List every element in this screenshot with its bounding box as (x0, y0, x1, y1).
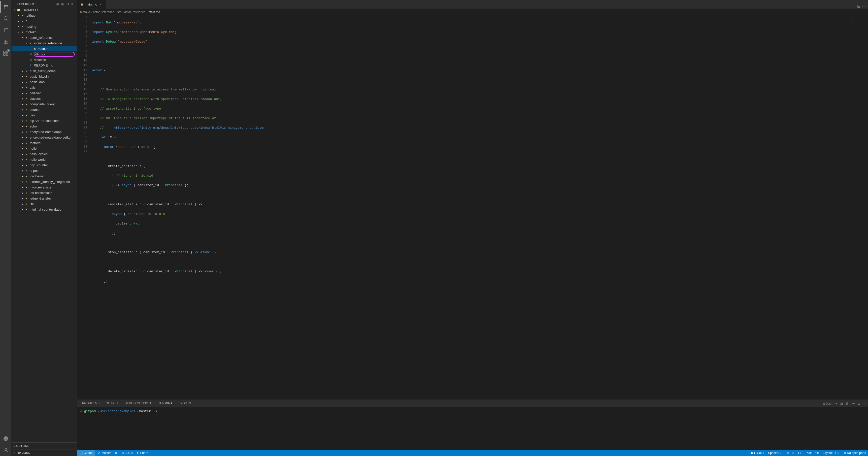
sidebar-item-minimal-counter[interactable]: ▸ ▸ minimal-counter-dapp (11, 207, 77, 212)
timeline-header[interactable]: ▸ TIMELINE (11, 450, 77, 456)
search-activity-icon[interactable] (0, 12, 11, 24)
sidebar-item-calc[interactable]: ▸ ▸ calc (11, 85, 77, 90)
svg-point-2 (4, 28, 5, 29)
more-panel-actions[interactable]: ⋯ (851, 401, 856, 406)
new-folder-button[interactable]: ⊞ (61, 1, 65, 6)
tab-main-mo[interactable]: ◉ main.mo × (77, 0, 106, 8)
maximize-panel-button[interactable]: ∧ (857, 401, 861, 406)
new-terminal-button[interactable]: + (835, 401, 838, 406)
bitcoin-label: basic_bitcoin (30, 74, 75, 78)
sidebar-item-encrypted-notes-vetk[interactable]: ▸ ▸ encrypted-notes-dapp-vetkd (11, 134, 77, 140)
sidebar-item-dfx-json[interactable]: ⬡ dfx.json (11, 51, 77, 57)
kill-terminal-button[interactable]: 🗑 (845, 401, 850, 406)
status-sync[interactable]: ↺ (113, 450, 119, 456)
sidebar-item-dao[interactable]: ▸ ▸ basic_dao (11, 79, 77, 85)
sidebar-title: EXPLORER (17, 2, 34, 5)
status-spaces[interactable]: Spaces: 2 (766, 450, 783, 456)
status-encoding[interactable]: UTF-8 (784, 450, 796, 456)
sidebar-item-examples[interactable]: ▾ 📁 EXAMPLES (11, 7, 77, 12)
status-share[interactable]: ⬆ Share (134, 450, 150, 456)
code-content[interactable]: import Nat "mo:base/Nat"; import Cycles … (89, 16, 848, 400)
status-errors[interactable]: ⊗ 0 ⚠ 0 (119, 450, 134, 456)
breadcrumb: motoko › actor_reference › src › actor_r… (77, 9, 868, 16)
outline-header[interactable]: ▸ OUTLINE (11, 443, 77, 449)
more-actions-button[interactable]: ⋯ (862, 4, 866, 8)
split-terminal-button[interactable]: ⊟ (839, 401, 844, 406)
sidebar-item-makefile[interactable]: M Makefile (11, 57, 77, 62)
explorer-activity-icon[interactable] (0, 1, 11, 12)
sidebar-item-icrc2-swap[interactable]: ▸ ▸ icrc2-swap (11, 173, 77, 179)
status-no-ports[interactable]: ⊗ No open ports (842, 450, 868, 456)
gitpod-button[interactable]: ⬡ Gitpod (77, 450, 95, 456)
terminal-content[interactable]: ○ gitpod /workspace/examples (master) $ (77, 407, 868, 450)
sidebar-item-actor-reference[interactable]: ▾ ▾ actor_reference (11, 35, 77, 40)
panel: PROBLEMS OUTPUT DEBUG CONSOLE TERMINAL P… (77, 400, 868, 450)
ios-label: ios-notifications (30, 191, 75, 195)
sidebar-item-auth[interactable]: ▸ ▸ auth_client_demo (11, 68, 77, 73)
sidebar-item-dip721[interactable]: ▸ ▸ dip721-nft-container (11, 118, 77, 123)
sidebar-item-main-mo[interactable]: ◉ main.mo (11, 46, 77, 51)
status-language[interactable]: Plain Text (804, 450, 821, 456)
status-position[interactable]: Ln 1, Col 1 (747, 450, 766, 456)
breadcrumb-actor-ref[interactable]: actor_reference (93, 10, 114, 14)
ports-label: PORTS (180, 402, 191, 405)
sidebar-item-c[interactable]: ▸ ▸ c (11, 18, 77, 24)
dip721-arrow: ▸ (21, 119, 25, 123)
source-control-activity-icon[interactable] (0, 24, 11, 36)
sidebar-item-composite-query[interactable]: ▸ ▸ composite_query (11, 101, 77, 107)
sidebar-item-internet-identity[interactable]: ▸ ▸ internet_identity_integration (11, 179, 77, 184)
status-line-ending[interactable]: LF (796, 450, 804, 456)
remote-activity-icon[interactable] (0, 433, 11, 445)
tab-ports[interactable]: PORTS (177, 400, 194, 407)
status-branch[interactable]: ⎇ master (95, 450, 113, 456)
sidebar-item-hello[interactable]: ▸ ▸ hello (11, 146, 77, 151)
sidebar-item-ic-pos[interactable]: ▸ ▸ ic-pos (11, 168, 77, 173)
sidebar-item-counter[interactable]: ▸ ▸ counter (11, 107, 77, 112)
sidebar-item-readme[interactable]: ℹ README.md (11, 62, 77, 68)
breadcrumb-main-mo[interactable]: main.mo (148, 10, 160, 14)
sidebar-item-encrypted-notes[interactable]: ▸ ▸ encrypted-notes-dapp (11, 129, 77, 134)
breadcrumb-src[interactable]: src (117, 10, 121, 14)
sidebar-item-hosting[interactable]: ▸ ▸ hosting (11, 24, 77, 29)
close-panel-button[interactable]: × (862, 401, 866, 406)
sidebar-item-hello-cycles[interactable]: ▸ ▸ hello_cycles (11, 151, 77, 157)
sidebar-item-bitcoin[interactable]: ▸ ▸ basic_bitcoin (11, 73, 77, 79)
split-editor-button[interactable]: ⊞ (857, 4, 861, 8)
tab-main-mo-close[interactable]: × (99, 2, 103, 6)
sidebar-item-ios[interactable]: ▸ ▸ ios-notifications (11, 190, 77, 195)
sidebar-item-invoice[interactable]: ▸ ▸ invoice-canister (11, 184, 77, 190)
extensions-badge: 1 (6, 49, 10, 52)
new-file-button[interactable]: ⊕ (56, 1, 60, 6)
gitpod-label: Gitpod (84, 451, 92, 455)
sidebar-item-ledger[interactable]: ▸ ▸ ledger-transfer (11, 195, 77, 201)
breadcrumb-motoko[interactable]: motoko (80, 10, 90, 14)
collapse-all-button[interactable]: ≡ (71, 1, 74, 6)
extensions-activity-icon[interactable]: 1 (0, 48, 11, 59)
icrc2-arrow: ▸ (21, 174, 25, 178)
accounts-activity-icon[interactable] (0, 445, 11, 456)
hello-cycles-arrow: ▸ (21, 152, 25, 156)
sidebar-item-hello-world[interactable]: ▸ ▸ hello-world (11, 157, 77, 162)
tab-output[interactable]: OUTPUT (103, 400, 122, 407)
sidebar-item-src[interactable]: ▾ ▾ src/actor_reference (11, 40, 77, 46)
ii-icon: ▸ (25, 180, 29, 184)
run-debug-activity-icon[interactable] (0, 36, 11, 48)
tab-problems[interactable]: PROBLEMS (79, 400, 103, 407)
sidebar-item-defi[interactable]: ▸ ▸ defi (11, 112, 77, 118)
tab-debug-console[interactable]: DEBUG CONSOLE (122, 400, 155, 407)
output-label: OUTPUT (106, 402, 119, 405)
sidebar-item-factorial[interactable]: ▸ ▸ factorial (11, 140, 77, 146)
sidebar-item-cert-var[interactable]: ▸ ▸ cert-var (11, 90, 77, 96)
status-layout[interactable]: Layout: U.S. (821, 450, 842, 456)
terminal-shell-label[interactable]: ⊞ bash (822, 401, 834, 406)
refresh-button[interactable]: ↺ (66, 1, 70, 6)
sidebar-item-github[interactable]: ▸ ▸ .github (11, 12, 77, 18)
tab-terminal[interactable]: TERMINAL (155, 400, 177, 407)
sidebar-item-echo[interactable]: ▸ ▸ echo (11, 123, 77, 129)
sidebar-item-motoko[interactable]: ▾ ▾ motoko (11, 29, 77, 35)
sidebar-item-classes[interactable]: ▸ ▸ classes (11, 96, 77, 101)
tab-bar: ◉ main.mo × ⊞ ⋯ (77, 0, 868, 9)
sidebar-item-http-counter[interactable]: ▸ ▸ http_counter (11, 162, 77, 168)
breadcrumb-actor-ref2[interactable]: actor_reference (124, 10, 145, 14)
sidebar-item-life[interactable]: ▸ ▸ life (11, 201, 77, 207)
